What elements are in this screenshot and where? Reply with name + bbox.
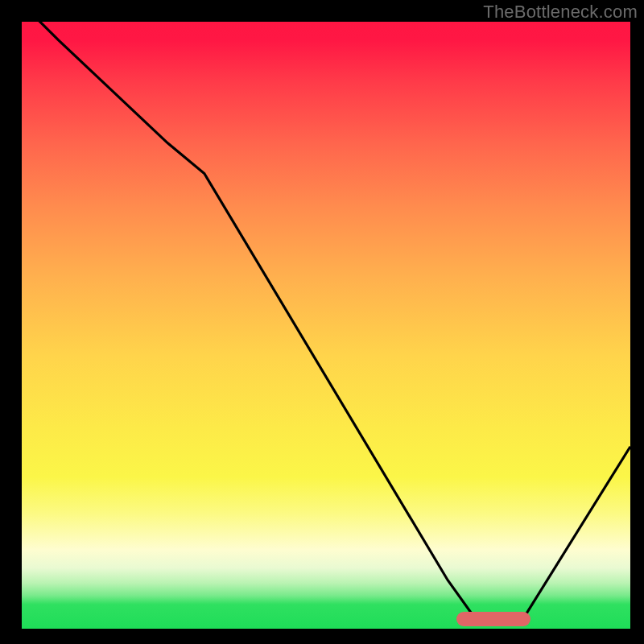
chart-frame: TheBottleneck.com [0,0,644,644]
plot-area [22,22,630,629]
watermark-text: TheBottleneck.com [483,2,638,23]
optimal-range-marker [456,612,530,626]
curve-path [22,22,630,622]
bottleneck-curve [22,22,630,629]
